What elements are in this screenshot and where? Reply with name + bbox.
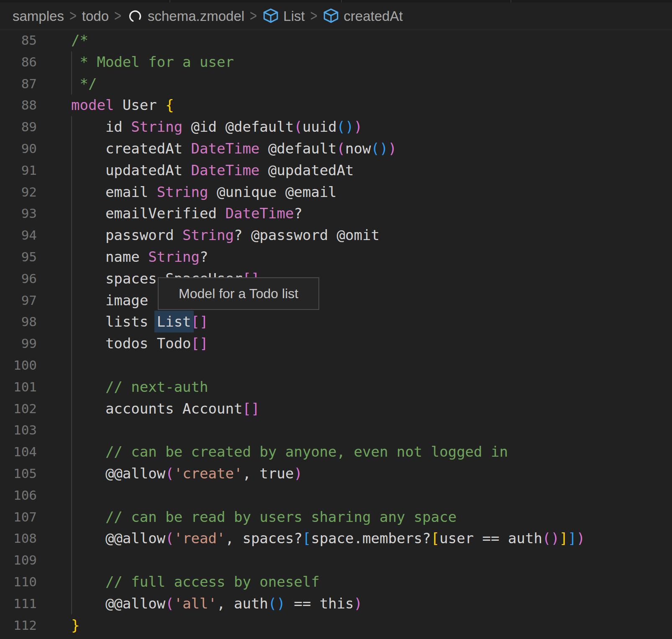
breadcrumb-item-createdat[interactable]: createdAt bbox=[323, 8, 403, 25]
code-token: image bbox=[71, 292, 148, 309]
line-number: 92 bbox=[0, 181, 37, 203]
code-token: , spaces? bbox=[225, 530, 302, 547]
breadcrumb-separator: > bbox=[114, 8, 121, 25]
code-text: // next-auth bbox=[71, 376, 208, 398]
code-text: accounts Account[] bbox=[71, 398, 259, 420]
code-editor[interactable]: 85/*86 * Model for a user87 */88model Us… bbox=[0, 30, 672, 636]
code-token: emailVerified bbox=[71, 205, 225, 222]
code-token: uuid bbox=[303, 118, 337, 135]
breadcrumb-item-list[interactable]: List bbox=[262, 8, 305, 25]
code-text: image bbox=[71, 290, 148, 312]
code-token: @default bbox=[259, 140, 336, 157]
code-token: email bbox=[71, 184, 157, 200]
code-token: /* bbox=[71, 32, 88, 49]
indent-guide bbox=[71, 51, 72, 95]
code-token: == this bbox=[285, 595, 354, 612]
code-line-104[interactable]: 104 // can be created by anyone, even no… bbox=[0, 441, 672, 463]
code-line-109[interactable]: 109 bbox=[0, 550, 672, 571]
line-number: 100 bbox=[0, 355, 37, 376]
code-token: User bbox=[114, 97, 165, 113]
code-line-102[interactable]: 102 accounts Account[] bbox=[0, 398, 672, 420]
code-token: accounts Account bbox=[71, 400, 242, 417]
code-text: // can be created by anyone, even not lo… bbox=[71, 441, 508, 463]
code-text: * Model for a user bbox=[71, 51, 234, 73]
code-line-100[interactable]: 100 bbox=[0, 355, 672, 376]
code-line-98[interactable]: 98 lists List[] bbox=[0, 311, 672, 333]
breadcrumb-label: List bbox=[283, 8, 305, 24]
symbol-cube-icon bbox=[323, 8, 339, 25]
code-line-88[interactable]: 88model User { bbox=[0, 95, 672, 116]
code-line-91[interactable]: 91 updatedAt DateTime @updatedAt bbox=[0, 160, 672, 181]
code-line-94[interactable]: 94 password String? @password @omit bbox=[0, 225, 672, 246]
code-text: /* bbox=[71, 30, 88, 51]
breadcrumb-separator: > bbox=[310, 8, 317, 25]
code-token: // can be read by users sharing any spac… bbox=[71, 509, 457, 525]
code-token: ( bbox=[165, 530, 174, 547]
code-token: todos Todo bbox=[71, 335, 191, 352]
code-token: */ bbox=[71, 75, 97, 92]
code-token: lists bbox=[71, 313, 157, 330]
code-line-93[interactable]: 93 emailVerified DateTime? bbox=[0, 203, 672, 225]
line-number: 95 bbox=[0, 246, 37, 268]
code-line-111[interactable]: 111 @@allow('all', auth() == this) bbox=[0, 593, 672, 615]
code-token: // next-auth bbox=[71, 378, 208, 395]
code-token: ? bbox=[294, 205, 302, 222]
code-token: id bbox=[71, 118, 131, 135]
code-line-103[interactable]: 103 bbox=[0, 419, 672, 441]
code-token: () bbox=[542, 530, 559, 547]
code-token: @id @default bbox=[182, 118, 294, 135]
breadcrumb-item-samples[interactable]: samples bbox=[13, 8, 64, 24]
code-token: // can be created by anyone, even not lo… bbox=[71, 443, 508, 460]
line-number: 97 bbox=[0, 290, 37, 312]
code-line-89[interactable]: 89 id String @id @default(uuid()) bbox=[0, 116, 672, 138]
code-line-95[interactable]: 95 name String? bbox=[0, 246, 672, 268]
code-token: ) bbox=[388, 140, 396, 157]
code-token: List bbox=[157, 313, 191, 330]
code-line-107[interactable]: 107 // can be read by users sharing any … bbox=[0, 506, 672, 528]
code-text: password String? @password @omit bbox=[71, 225, 380, 246]
line-number: 112 bbox=[0, 615, 37, 636]
indent-guide bbox=[71, 116, 72, 614]
code-line-101[interactable]: 101 // next-auth bbox=[0, 376, 672, 398]
code-line-112[interactable]: 112} bbox=[0, 615, 672, 636]
code-text: todos Todo[] bbox=[71, 333, 208, 355]
code-line-86[interactable]: 86 * Model for a user bbox=[0, 51, 672, 73]
breadcrumb: samples>todo> schema.zmodel> List> creat… bbox=[0, 3, 672, 30]
code-token: @unique @email bbox=[208, 184, 337, 200]
code-token: ( bbox=[165, 595, 174, 612]
code-line-97[interactable]: 97 image bbox=[0, 290, 672, 312]
code-line-92[interactable]: 92 email String @unique @email bbox=[0, 181, 672, 203]
code-token: user == auth bbox=[439, 530, 542, 547]
line-number: 86 bbox=[0, 51, 37, 73]
code-text: // can be read by users sharing any spac… bbox=[71, 506, 457, 528]
code-line-99[interactable]: 99 todos Todo[] bbox=[0, 333, 672, 355]
code-token: { bbox=[165, 97, 174, 113]
code-text: model User { bbox=[71, 95, 174, 116]
code-line-96[interactable]: 96 spaces SpaceUser[] bbox=[0, 268, 672, 290]
code-text: */ bbox=[71, 73, 97, 95]
code-token: String bbox=[157, 184, 208, 200]
line-number: 101 bbox=[0, 376, 37, 398]
code-line-105[interactable]: 105 @@allow('create', true) bbox=[0, 463, 672, 485]
code-token: ] bbox=[568, 530, 576, 547]
line-number: 96 bbox=[0, 268, 37, 290]
code-token: @@allow bbox=[71, 530, 165, 547]
code-line-85[interactable]: 85/* bbox=[0, 30, 672, 51]
code-token: ) bbox=[577, 530, 585, 547]
hover-tooltip: Model for a Todo list bbox=[158, 277, 319, 310]
code-token: ( bbox=[294, 118, 302, 135]
code-line-110[interactable]: 110 // full access by oneself bbox=[0, 571, 672, 593]
code-text: // full access by oneself bbox=[71, 571, 320, 593]
breadcrumb-item-schema.zmodel[interactable]: schema.zmodel bbox=[127, 8, 244, 25]
code-line-87[interactable]: 87 */ bbox=[0, 73, 672, 95]
code-token: , auth bbox=[217, 595, 268, 612]
code-line-108[interactable]: 108 @@allow('read', spaces?[space.member… bbox=[0, 528, 672, 550]
breadcrumb-item-todo[interactable]: todo bbox=[82, 8, 109, 24]
code-token: () bbox=[268, 595, 285, 612]
code-token: [ bbox=[431, 530, 439, 547]
code-line-90[interactable]: 90 createdAt DateTime @default(now()) bbox=[0, 138, 672, 160]
breadcrumb-label: schema.zmodel bbox=[148, 8, 244, 24]
code-line-106[interactable]: 106 bbox=[0, 485, 672, 506]
code-text: name String? bbox=[71, 246, 208, 268]
code-token: ) bbox=[354, 595, 362, 612]
